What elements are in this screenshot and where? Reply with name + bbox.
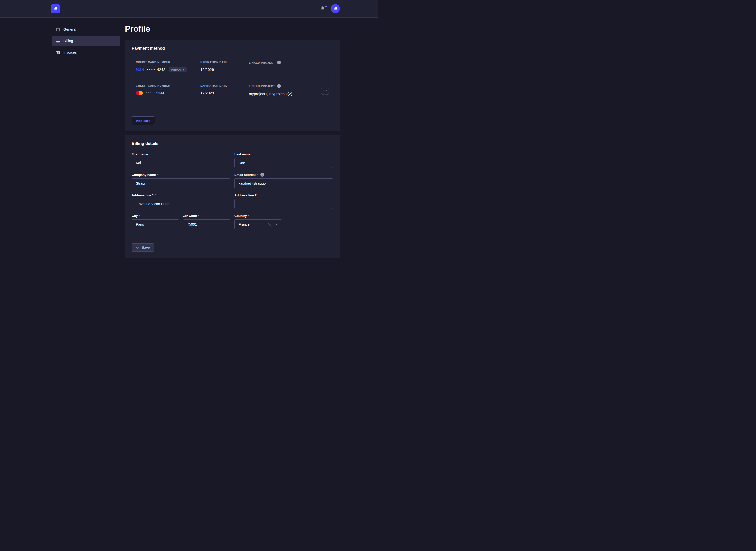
expiration-col: EXPIRATION DATE 12/2029 bbox=[201, 84, 249, 96]
info-icon[interactable] bbox=[260, 173, 264, 176]
company-name-input[interactable] bbox=[132, 178, 231, 188]
topbar-actions bbox=[320, 4, 340, 13]
credit-card-list: CREDIT CARD NUMBER VISA •••• 4242 PRIMAR… bbox=[132, 57, 333, 101]
country-dropdown-toggle[interactable] bbox=[275, 223, 279, 226]
linked-project-label: LINKED PROJECT bbox=[249, 61, 329, 64]
save-button[interactable]: Save bbox=[132, 243, 154, 251]
info-icon[interactable] bbox=[277, 84, 281, 88]
country-value: France bbox=[239, 222, 267, 226]
sliders-icon bbox=[56, 27, 60, 32]
zip-code-input[interactable] bbox=[183, 219, 231, 229]
company-name-field: Company name * bbox=[132, 173, 231, 188]
credit-card-number-col: CREDIT CARD NUMBER •••• 4444 bbox=[136, 84, 201, 96]
credit-card-number-label: CREDIT CARD NUMBER bbox=[136, 84, 201, 87]
address-line1-input[interactable] bbox=[132, 199, 231, 209]
sidebar-item-general[interactable]: General bbox=[52, 25, 120, 34]
more-horizontal-icon bbox=[323, 90, 324, 91]
visa-logo: VISA bbox=[136, 67, 144, 72]
payment-method-card: Payment method CREDIT CARD NUMBER VISA •… bbox=[125, 40, 340, 131]
linked-project-label-text: LINKED PROJECT bbox=[249, 61, 275, 64]
credit-card-row-mastercard: CREDIT CARD NUMBER •••• 4444 EXPIRATION … bbox=[132, 80, 333, 101]
address-line1-label-text: Address line 1 bbox=[132, 193, 154, 197]
linked-project-label: LINKED PROJECT bbox=[249, 84, 329, 88]
masked-digits: •••• bbox=[147, 68, 156, 71]
company-name-label-text: Company name bbox=[132, 173, 156, 176]
close-icon bbox=[267, 222, 271, 226]
expiration-label: EXPIRATION DATE bbox=[201, 61, 249, 64]
required-asterisk: * bbox=[157, 173, 158, 176]
zip-code-label: ZIP Code * bbox=[183, 214, 231, 217]
user-avatar[interactable] bbox=[331, 4, 340, 13]
credit-card-row-visa: CREDIT CARD NUMBER VISA •••• 4242 PRIMAR… bbox=[132, 57, 333, 78]
email-input[interactable] bbox=[235, 178, 333, 188]
primary-badge: PRIMARY bbox=[169, 67, 187, 72]
credit-card-number-label: CREDIT CARD NUMBER bbox=[136, 61, 201, 64]
country-field: Country * France bbox=[235, 214, 282, 229]
expiration-col: EXPIRATION DATE 12/2029 bbox=[201, 61, 249, 73]
invoice-icon: $ bbox=[56, 50, 60, 55]
notifications-button[interactable] bbox=[320, 6, 325, 11]
address-line2-label: Address line 2 bbox=[235, 193, 333, 197]
linked-project-value: myproject1, myproject2(2) bbox=[249, 91, 329, 96]
bell-icon bbox=[320, 6, 325, 11]
strapi-logo-icon bbox=[53, 6, 58, 11]
email-field: Email address * bbox=[235, 173, 333, 188]
expiration-value: 12/2029 bbox=[201, 90, 249, 96]
required-asterisk: * bbox=[139, 214, 140, 217]
first-name-input[interactable] bbox=[132, 158, 231, 168]
last-name-input[interactable] bbox=[235, 158, 333, 168]
city-field: City * bbox=[132, 214, 179, 229]
linked-project-col: LINKED PROJECT – bbox=[249, 61, 329, 73]
required-asterisk: * bbox=[155, 193, 156, 197]
required-asterisk: * bbox=[257, 173, 258, 176]
clear-country-button[interactable] bbox=[267, 222, 271, 226]
page-body: General Billing $ Invo bbox=[0, 18, 378, 258]
main-content: Profile Payment method CREDIT CARD NUMBE… bbox=[125, 18, 340, 258]
email-label: Email address * bbox=[235, 173, 333, 176]
credit-card-number-value: •••• 4444 bbox=[136, 90, 201, 96]
expiration-value: 12/2029 bbox=[201, 67, 249, 72]
sidebar-item-billing[interactable]: Billing bbox=[52, 36, 120, 46]
notification-dot bbox=[325, 6, 327, 7]
save-button-label: Save bbox=[142, 245, 150, 249]
avatar-strapi-icon bbox=[333, 6, 338, 11]
linked-project-col: LINKED PROJECT myproject1, myproject2(2) bbox=[249, 84, 329, 96]
payment-divider bbox=[132, 109, 333, 109]
card-actions-menu-button[interactable] bbox=[321, 87, 329, 95]
strapi-logo[interactable] bbox=[51, 4, 60, 13]
first-name-field: First name bbox=[132, 152, 231, 168]
country-select[interactable]: France bbox=[235, 219, 282, 229]
required-asterisk: * bbox=[248, 214, 249, 217]
address-line2-label-text: Address line 2 bbox=[235, 193, 257, 197]
address-line1-field: Address line 1 * bbox=[132, 193, 231, 209]
billing-divider bbox=[132, 236, 333, 237]
svg-text:$: $ bbox=[56, 50, 57, 53]
sidebar-item-invoices[interactable]: $ Invoices bbox=[52, 48, 120, 57]
city-input[interactable] bbox=[132, 219, 179, 229]
city-label: City * bbox=[132, 214, 179, 217]
payment-method-title: Payment method bbox=[132, 46, 333, 51]
app-root: General Billing $ Invo bbox=[0, 0, 378, 276]
credit-card-number-value: VISA •••• 4242 PRIMARY bbox=[136, 67, 201, 72]
topbar bbox=[0, 0, 378, 18]
info-icon[interactable] bbox=[277, 61, 281, 64]
first-name-label: First name bbox=[132, 152, 231, 156]
credit-card-icon bbox=[56, 39, 60, 43]
mastercard-logo bbox=[136, 91, 143, 95]
required-asterisk: * bbox=[198, 214, 199, 217]
credit-card-number-col: CREDIT CARD NUMBER VISA •••• 4242 PRIMAR… bbox=[136, 61, 201, 73]
add-card-button[interactable]: Add card bbox=[132, 116, 155, 125]
billing-form: First name Last name Company name bbox=[132, 152, 333, 229]
page-title: Profile bbox=[125, 24, 340, 34]
settings-sidebar: General Billing $ Invo bbox=[52, 18, 120, 258]
country-label-text: Country bbox=[235, 214, 247, 217]
city-zip-row: City * ZIP Code * bbox=[132, 214, 231, 229]
address-line1-label: Address line 1 * bbox=[132, 193, 231, 197]
address-line2-input[interactable] bbox=[235, 199, 333, 209]
billing-details-card: Billing details First name Last name bbox=[125, 135, 340, 258]
zip-code-label-text: ZIP Code bbox=[183, 214, 197, 217]
billing-details-title: Billing details bbox=[132, 141, 333, 146]
chevron-down-icon bbox=[275, 223, 278, 225]
card-last4: 4444 bbox=[156, 91, 164, 95]
address-line2-field: Address line 2 bbox=[235, 193, 333, 209]
